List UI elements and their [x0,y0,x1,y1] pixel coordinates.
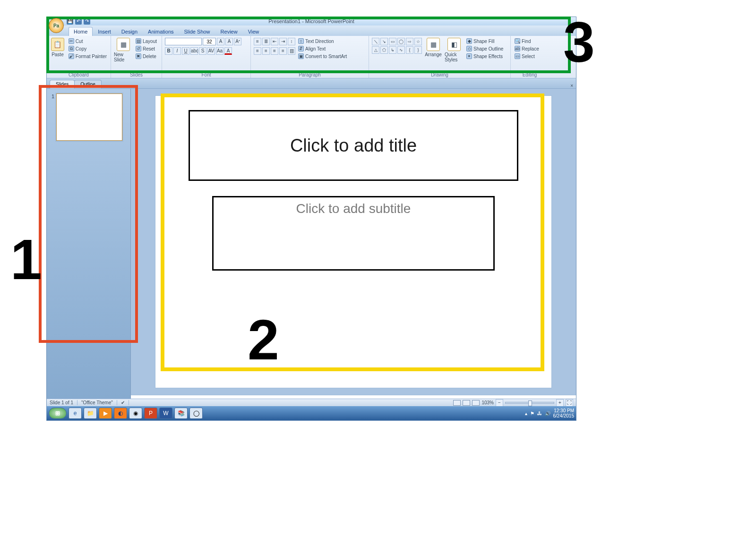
shape-arrow2-icon[interactable]: ⇨ [406,38,413,45]
explorer-icon[interactable]: 📁 [84,408,97,419]
zoom-in-button[interactable]: + [556,399,564,407]
shape-fill-button[interactable]: ◆Shape Fill [465,38,504,44]
clear-format-icon[interactable]: Aʳ [234,38,241,45]
decrease-indent-button[interactable]: ⇤ [271,38,278,45]
quick-styles-button[interactable]: ◧ Quick Styles [445,38,464,62]
redo-icon[interactable]: ↷ [84,18,90,25]
save-icon[interactable]: 💾 [67,18,73,25]
tab-home[interactable]: Home [69,27,93,36]
font-family-select[interactable] [165,38,202,45]
reset-button[interactable]: ↺Reset [135,45,158,52]
shape-brace2-icon[interactable]: } [414,46,422,54]
slideshow-view-button[interactable] [472,400,480,406]
line-spacing-button[interactable]: ↕ [288,38,295,45]
shape-curve-icon[interactable]: ∿ [397,46,405,54]
shadow-button[interactable]: S [199,47,206,55]
shape-brace-icon[interactable]: { [406,46,413,54]
grow-font-icon[interactable]: A [217,38,224,45]
italic-button[interactable]: I [173,47,181,55]
tab-view[interactable]: View [243,27,265,36]
slide-thumbnail[interactable] [56,94,122,141]
tab-review[interactable]: Review [215,27,243,36]
slide-stage[interactable]: Click to add title Click to add subtitle [131,89,576,395]
delete-button[interactable]: ✖Delete [135,53,158,60]
subtitle-placeholder[interactable]: Click to add subtitle [212,196,495,271]
office-button[interactable]: Pa [49,18,64,33]
zoom-slider[interactable] [505,402,554,404]
shapes-gallery[interactable]: ＼ ↘ ▭ ◯ ⇨ ☆ △ ⬠ ↳ ∿ { } [372,38,422,54]
replace-button[interactable]: abReplace [514,45,540,52]
find-button[interactable]: 🔍Find [514,38,540,44]
shape-tri-icon[interactable]: △ [372,46,379,54]
shape-arrow-icon[interactable]: ↘ [380,38,388,45]
increase-indent-button[interactable]: ⇥ [279,38,287,45]
font-size-select[interactable] [203,38,216,45]
clock[interactable]: 12:30 PM 6/24/2015 [553,408,575,418]
shape-star-icon[interactable]: ☆ [414,38,422,45]
volume-icon[interactable]: 🔊 [545,411,550,416]
shape-poly-icon[interactable]: ⬠ [380,46,388,54]
normal-view-button[interactable] [453,400,461,406]
start-button[interactable]: ⊞ [49,408,67,419]
align-text-button[interactable]: ⇵Align Text [297,45,348,52]
mediaplayer-icon[interactable]: ▶ [99,408,112,419]
bullets-button[interactable]: ≡ [254,38,261,45]
sorter-view-button[interactable] [463,400,470,406]
tab-design[interactable]: Design [116,27,143,36]
firefox-icon[interactable]: ◐ [114,408,127,419]
panel-close-icon[interactable]: × [570,83,573,88]
shape-line-icon[interactable]: ＼ [372,38,379,45]
spellcheck-icon[interactable]: ✔ [121,400,129,405]
select-button[interactable]: ▭Select [514,53,540,60]
zoom-out-button[interactable]: − [496,399,503,407]
ie-icon[interactable]: e [69,408,82,419]
columns-button[interactable]: ▥ [288,47,295,55]
strike-button[interactable]: abc [190,47,198,55]
shape-outline-button[interactable]: ◇Shape Outline [465,45,504,52]
arrange-button[interactable]: ▦ Arrange [424,38,443,57]
undo-icon[interactable]: ↶ [75,18,82,25]
shape-rect-icon[interactable]: ▭ [389,38,396,45]
network-icon[interactable]: 🖧 [537,411,542,416]
shape-oval-icon[interactable]: ◯ [397,38,405,45]
align-left-button[interactable]: ≡ [254,47,261,55]
justify-button[interactable]: ≡ [279,47,287,55]
fit-to-window-button[interactable]: ⛶ [566,399,573,407]
app-icon[interactable]: ◯ [189,408,203,419]
tray-arrow-icon[interactable]: ▴ [525,411,527,416]
scissors-icon: ✂ [69,38,74,44]
layout-button[interactable]: ▤Layout [135,38,158,44]
underline-button[interactable]: U [182,47,189,55]
slides-pane[interactable]: 1 [47,89,131,399]
winrar-icon[interactable]: 📚 [174,408,188,419]
tab-slideshow[interactable]: Slide Show [179,27,215,36]
convert-smartart-button[interactable]: ▣Convert to SmartArt [297,53,348,60]
paste-button[interactable]: 📋 Paste [50,38,66,57]
format-painter-button[interactable]: 🖌Format Painter [68,53,108,60]
tab-animations[interactable]: Animations [143,27,179,36]
align-right-button[interactable]: ≡ [271,47,278,55]
shape-effects-button[interactable]: ✦Shape Effects [465,53,504,60]
panel-tab-slides[interactable]: Slides [50,80,75,88]
shrink-font-icon[interactable]: A [225,38,233,45]
change-case-button[interactable]: Aa [216,47,223,55]
tab-insert[interactable]: Insert [93,27,116,36]
new-slide-button[interactable]: ▦ New Slide [114,38,133,62]
slide-canvas[interactable]: Click to add title Click to add subtitle [155,95,552,388]
shape-conn-icon[interactable]: ↳ [389,46,396,54]
numbering-button[interactable]: ≣ [262,38,270,45]
char-spacing-button[interactable]: AV [207,47,215,55]
cut-button[interactable]: ✂Cut [68,38,108,44]
align-center-button[interactable]: ≡ [262,47,270,55]
powerpoint-icon[interactable]: P [144,408,157,419]
text-direction-button[interactable]: ↕Text Direction [297,38,348,44]
flag-icon[interactable]: ⚑ [530,411,534,416]
panel-tab-outline[interactable]: Outline [74,80,102,88]
word-icon[interactable]: W [159,408,172,419]
chrome-icon[interactable]: ◉ [129,408,142,419]
copy-button[interactable]: ⧉Copy [68,45,108,52]
font-color-button[interactable]: A [224,47,232,55]
title-placeholder[interactable]: Click to add title [189,110,518,181]
bold-button[interactable]: B [165,47,172,55]
thumbnail-item[interactable]: 1 [52,94,126,141]
